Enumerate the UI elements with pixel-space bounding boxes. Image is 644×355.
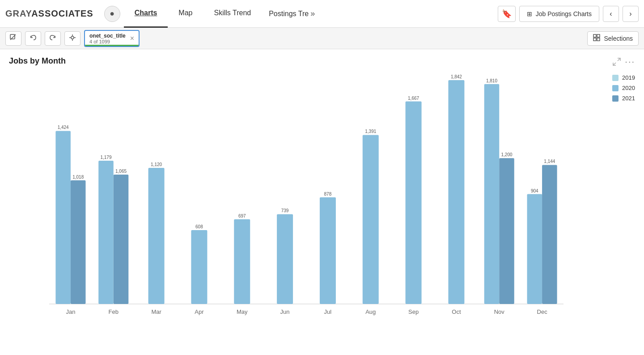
svg-text:1,120: 1,120	[151, 162, 162, 167]
svg-rect-30	[234, 219, 250, 304]
undo-icon	[30, 34, 37, 43]
svg-rect-0	[10, 34, 15, 39]
selections-label: Selections	[604, 35, 633, 42]
logo-associates: ASSOCIATES	[31, 9, 93, 18]
svg-text:1,018: 1,018	[72, 175, 84, 180]
chart-title: Jobs by Month	[9, 56, 635, 66]
svg-line-12	[613, 63, 616, 65]
more-options-button[interactable]: ···	[625, 56, 635, 67]
filter-chip[interactable]: onet_soc_title 4 of 1099 ×	[84, 30, 140, 47]
redo-icon-btn[interactable]	[45, 31, 61, 46]
svg-rect-45	[448, 80, 464, 304]
svg-text:697: 697	[238, 214, 246, 218]
svg-text:Mar: Mar	[151, 308, 161, 315]
svg-text:Jul: Jul	[324, 308, 332, 315]
bookmark-button[interactable]: 🔖	[498, 6, 516, 22]
undo-icon-btn[interactable]	[25, 31, 41, 46]
svg-text:1,179: 1,179	[100, 155, 111, 160]
svg-rect-48	[484, 84, 500, 304]
svg-rect-55	[542, 165, 557, 304]
nav-tabs: Charts Map Skills Trend Postings Tre »	[124, 0, 494, 28]
search-icon-btn[interactable]	[5, 31, 21, 46]
grid-icon	[593, 34, 600, 43]
svg-text:1,144: 1,144	[544, 159, 555, 164]
svg-text:May: May	[237, 308, 248, 315]
search-icon	[10, 34, 17, 43]
svg-text:1,842: 1,842	[451, 74, 462, 79]
svg-rect-7	[593, 34, 596, 37]
svg-rect-16	[71, 180, 86, 304]
svg-line-11	[618, 58, 620, 61]
chevron-left-icon: ‹	[610, 10, 612, 18]
job-postings-button[interactable]: ⊞ Job Postings Charts	[519, 6, 599, 22]
svg-rect-27	[191, 230, 207, 304]
toolbar: onet_soc_title 4 of 1099 × Selections	[0, 28, 644, 49]
svg-rect-14	[55, 131, 71, 304]
header: GRAYASSOCIATES ● Charts Map Skills Trend…	[0, 0, 644, 28]
svg-text:1,391: 1,391	[365, 129, 376, 134]
tab-charts[interactable]: Charts	[124, 0, 168, 28]
header-right: 🔖 ⊞ Job Postings Charts ‹ ›	[498, 6, 639, 22]
svg-rect-53	[527, 194, 542, 304]
svg-text:Oct: Oct	[452, 308, 461, 315]
window-icon: ⊞	[527, 10, 532, 17]
svg-text:1,424: 1,424	[58, 125, 69, 130]
svg-rect-10	[597, 38, 600, 41]
svg-rect-33	[277, 214, 293, 304]
filter-chip-title: onet_soc_title	[89, 33, 126, 39]
main-content: Jobs by Month ··· 2019 2020 2021 1,4241,…	[0, 49, 644, 355]
svg-rect-39	[363, 135, 379, 304]
svg-rect-50	[499, 158, 514, 304]
svg-text:1,810: 1,810	[486, 78, 497, 83]
svg-rect-42	[406, 102, 422, 304]
filter-chip-content: onet_soc_title 4 of 1099	[89, 33, 126, 44]
filter-chip-close[interactable]: ×	[130, 34, 134, 43]
svg-text:878: 878	[324, 192, 332, 197]
svg-text:1,200: 1,200	[501, 152, 513, 157]
svg-text:Feb: Feb	[109, 308, 119, 315]
selections-button[interactable]: Selections	[587, 31, 639, 46]
svg-rect-19	[98, 161, 114, 304]
svg-rect-8	[597, 34, 600, 37]
svg-point-2	[71, 36, 74, 39]
tab-skills-trend[interactable]: Skills Trend	[203, 0, 262, 28]
svg-text:1,065: 1,065	[115, 169, 127, 174]
avatar-button[interactable]: ●	[104, 6, 120, 22]
svg-text:Sep: Sep	[408, 308, 419, 315]
compress-button[interactable]	[612, 57, 621, 66]
svg-text:Jun: Jun	[280, 308, 290, 315]
filter-chip-sub: 4 of 1099	[89, 39, 126, 44]
redo-icon	[49, 34, 56, 43]
settings-icon	[69, 34, 76, 43]
svg-rect-24	[148, 168, 165, 304]
svg-text:Nov: Nov	[494, 308, 505, 315]
logo-gray: GRAY	[5, 9, 31, 18]
filter-chip-accent	[85, 45, 139, 46]
svg-text:1,667: 1,667	[408, 96, 419, 101]
settings-icon-btn[interactable]	[64, 31, 80, 46]
nav-next-button[interactable]: ›	[623, 6, 639, 22]
svg-text:Aug: Aug	[365, 308, 376, 315]
svg-text:739: 739	[281, 208, 289, 213]
logo: GRAYASSOCIATES	[5, 9, 93, 19]
svg-rect-9	[593, 38, 596, 41]
tab-map[interactable]: Map	[168, 0, 203, 28]
svg-rect-36	[320, 197, 336, 304]
nav-prev-button[interactable]: ‹	[603, 6, 619, 22]
chart-controls: ···	[612, 56, 635, 67]
chart-area: 1,4241,018Jan1,1791,065Feb1,120Mar608Apr…	[9, 69, 635, 343]
svg-text:904: 904	[531, 188, 538, 193]
overflow-icon: »	[310, 9, 315, 18]
tab-postings-trend[interactable]: Postings Tre »	[262, 0, 322, 28]
svg-rect-21	[114, 175, 129, 304]
svg-text:608: 608	[195, 224, 203, 229]
chevron-right-icon: ›	[629, 10, 631, 18]
bookmark-icon: 🔖	[502, 9, 512, 19]
svg-text:Dec: Dec	[537, 308, 548, 315]
svg-text:Apr: Apr	[195, 308, 204, 315]
svg-text:Jan: Jan	[66, 308, 75, 315]
